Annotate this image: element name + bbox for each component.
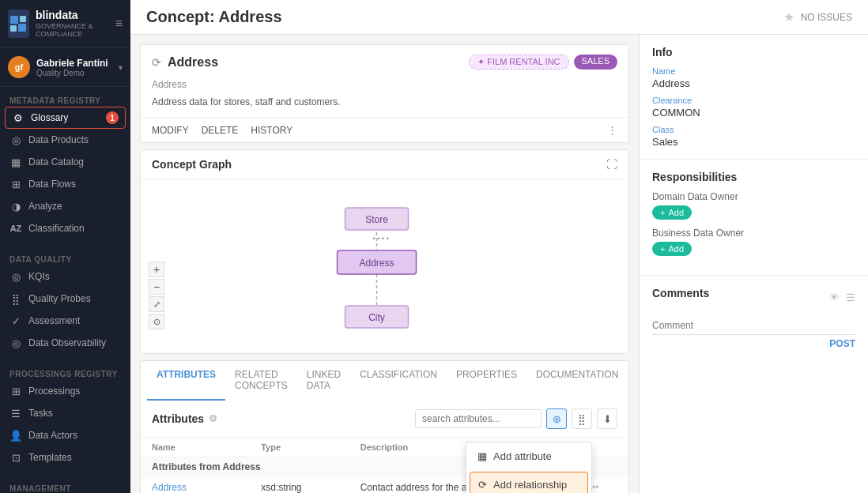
info-class-value: Sales <box>652 136 855 148</box>
user-chevron-icon[interactable]: ▾ <box>119 63 123 72</box>
sidebar-item-analyze[interactable]: ◑ Analyze <box>0 195 130 217</box>
sidebar-item-label: Assessment <box>28 315 80 326</box>
add-icon: ⊕ <box>553 413 561 425</box>
attributes-title: Attributes ⚙ <box>152 412 217 425</box>
menu-icon[interactable]: ≡ <box>115 17 123 31</box>
attr-address-link[interactable]: Address <box>152 482 187 493</box>
tasks-icon: ☰ <box>9 407 22 420</box>
info-title: Info <box>652 46 855 58</box>
add-attribute-item[interactable]: ▦ Add attribute <box>466 442 591 470</box>
attributes-settings-icon[interactable]: ⚙ <box>209 413 217 424</box>
sidebar-item-quality-probes[interactable]: ⣿ Quality Probes <box>0 288 130 310</box>
sidebar-item-data-flows[interactable]: ⊞ Data Flows <box>0 173 130 195</box>
link-icon: ⟳ <box>478 479 487 491</box>
fit-view-button[interactable]: ⤢ <box>149 296 164 312</box>
sidebar-item-label: KQIs <box>28 271 50 282</box>
quality-probes-icon: ⣿ <box>9 292 22 305</box>
tab-linked-data[interactable]: LINKED DATA <box>297 361 350 401</box>
comments-header: Comments 👁 ☰ <box>652 287 855 307</box>
section-label-quality: DATA QUALITY <box>0 252 130 265</box>
graph-expand-icon[interactable]: ⛶ <box>606 158 617 171</box>
sidebar-item-label: Quality Probes <box>28 293 91 304</box>
content-area: ⟳ Address ✦ FILM RENTAL INC SALES Addres… <box>130 35 868 493</box>
concept-tags: ✦ FILM RENTAL INC SALES <box>469 55 617 70</box>
layout-icon-btn[interactable]: ⣿ <box>572 408 592 429</box>
comments-section: Comments 👁 ☰ POST <box>640 276 868 493</box>
sidebar-item-data-catalog[interactable]: ▦ Data Catalog <box>0 151 130 173</box>
add-domain-owner-button[interactable]: + Add <box>652 205 692 220</box>
section-label-metadata: METADATA REGISTRY <box>0 93 130 107</box>
zoom-out-button[interactable]: − <box>149 279 164 295</box>
sidebar-item-assessment[interactable]: ✓ Assessment <box>0 310 130 332</box>
data-obs-icon: ◎ <box>9 337 22 349</box>
svg-rect-1 <box>20 16 26 22</box>
assessment-icon: ✓ <box>9 314 22 327</box>
tab-properties[interactable]: PROPERTIES <box>447 361 526 401</box>
sidebar-item-kqis[interactable]: ◎ KQIs <box>0 265 130 288</box>
sidebar-item-label: Processings <box>28 386 80 397</box>
domain-owner-label: Domain Data Owner <box>652 191 855 202</box>
sidebar-item-data-actors[interactable]: 👤 Data Actors <box>0 424 130 446</box>
comment-input[interactable] <box>652 317 855 335</box>
sidebar-item-data-products[interactable]: ◎ Data Products <box>0 129 130 151</box>
sidebar-item-label: Analyze <box>28 201 62 212</box>
sidebar-item-glossary[interactable]: ⚙ Glossary 1 <box>5 107 126 129</box>
user-section[interactable]: gf Gabriele Fantini Quality Demo ▾ <box>0 48 130 87</box>
svg-rect-8 <box>338 250 417 274</box>
sidebar-item-label: Classification <box>28 223 85 234</box>
add-business-owner-button[interactable]: + Add <box>652 242 692 256</box>
attributes-panel: Attributes ⚙ ⊕ ⣿ ⬇ ▦ <box>140 401 629 493</box>
history-button[interactable]: HISTORY <box>251 125 292 136</box>
svg-rect-6 <box>345 208 409 230</box>
processings-icon: ⊞ <box>9 385 22 397</box>
plus-icon: + <box>660 244 665 254</box>
concept-title-row: ⟳ Address <box>152 55 218 70</box>
info-name-label: Name <box>652 66 855 76</box>
zoom-in-button[interactable]: + <box>149 262 164 277</box>
sidebar-item-classification[interactable]: AZ Classification <box>0 217 130 239</box>
info-class-label: Class <box>652 125 855 134</box>
tab-documentation[interactable]: DOCUMENTATION <box>526 361 628 401</box>
templates-icon: ⊡ <box>9 451 22 464</box>
download-icon-btn[interactable]: ⬇ <box>597 408 617 429</box>
business-owner-label: Business Data Owner <box>652 228 855 239</box>
tab-classification[interactable]: CLASSIFICATION <box>350 361 447 401</box>
search-attributes-input[interactable] <box>415 409 542 428</box>
sidebar-item-tasks[interactable]: ☰ Tasks <box>0 402 130 424</box>
info-name-value: Address <box>652 77 855 89</box>
delete-button[interactable]: DELETE <box>202 125 239 136</box>
logo-icon <box>8 9 29 38</box>
tag-sales: SALES <box>574 55 617 70</box>
kqis-icon: ◎ <box>9 270 22 283</box>
center-button[interactable]: ⊙ <box>149 314 164 329</box>
plus-icon: + <box>660 208 665 217</box>
tab-related-concepts[interactable]: RELATED CONCEPTS <box>225 361 297 401</box>
post-comment-button[interactable]: POST <box>652 338 855 349</box>
sidebar-item-processings[interactable]: ⊞ Processings <box>0 380 130 402</box>
attributes-header: Attributes ⚙ ⊕ ⣿ ⬇ <box>141 401 628 438</box>
tab-attributes[interactable]: ATTRIBUTES <box>147 361 225 401</box>
sidebar-item-label: Data Observability <box>28 337 106 348</box>
modify-button[interactable]: MODIFY <box>152 125 189 136</box>
col-name: Name <box>141 438 250 457</box>
info-section: Info Name Address Clearance COMMON Class… <box>640 35 868 160</box>
attr-name-cell: Address <box>141 477 250 494</box>
sidebar-item-templates[interactable]: ⊡ Templates <box>0 446 130 469</box>
classification-icon: AZ <box>9 222 22 235</box>
sidebar-item-label: Tasks <box>28 408 53 419</box>
avatar: gf <box>8 56 30 78</box>
user-name: Gabriele Fantini <box>36 58 112 69</box>
add-attribute-btn[interactable]: ⊕ <box>546 408 567 429</box>
add-relationship-item[interactable]: ⟳ Add relationship <box>470 472 588 493</box>
sidebar-item-label: Data Flows <box>28 179 76 190</box>
section-label-management: MANAGEMENT <box>0 481 130 493</box>
resp-title: Responsibilities <box>652 171 855 183</box>
attr-type-cell: xsd:string <box>250 477 349 494</box>
tabs: ATTRIBUTES RELATED CONCEPTS LINKED DATA … <box>141 361 628 401</box>
favorite-icon[interactable]: ★ <box>783 9 794 24</box>
sidebar-item-data-observability[interactable]: ◎ Data Observability <box>0 332 130 354</box>
comments-view-icon[interactable]: 👁 <box>829 292 840 303</box>
graph-header: Concept Graph ⛶ <box>141 150 628 179</box>
more-actions-icon[interactable]: ⋮ <box>607 124 617 136</box>
comments-list-icon[interactable]: ☰ <box>846 292 855 303</box>
